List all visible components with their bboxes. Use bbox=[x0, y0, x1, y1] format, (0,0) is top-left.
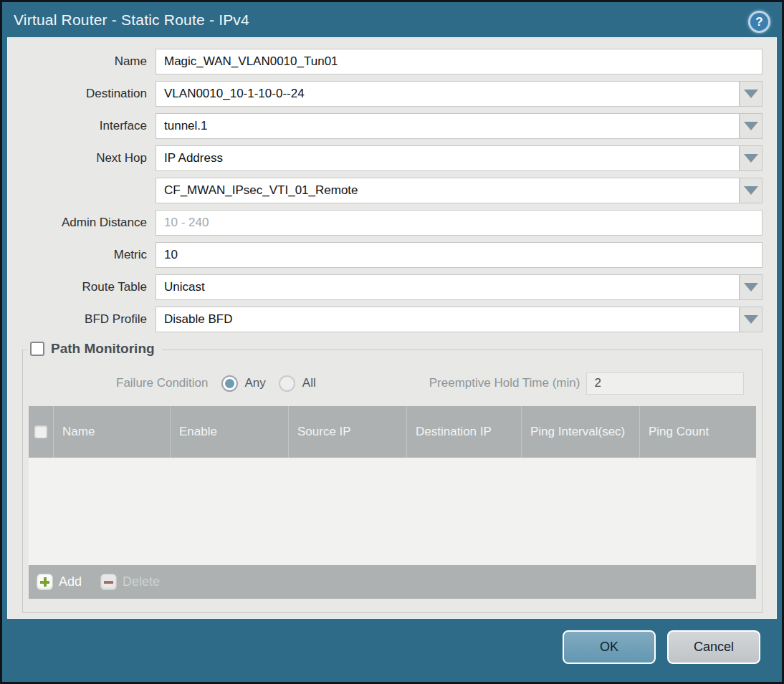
cancel-button[interactable]: Cancel bbox=[667, 630, 760, 664]
destination-dropdown-button[interactable] bbox=[740, 81, 763, 107]
column-header-ping-count[interactable]: Ping Count bbox=[639, 406, 756, 458]
interface-label: Interface bbox=[8, 119, 156, 133]
content-panel: Name Destination Interface bbox=[7, 37, 777, 619]
table-body-empty bbox=[29, 458, 756, 565]
any-radio-label: Any bbox=[245, 376, 266, 390]
next-hop-address-field bbox=[156, 178, 763, 203]
minus-icon bbox=[100, 574, 117, 590]
interface-input[interactable] bbox=[156, 113, 740, 139]
admin-distance-label: Admin Distance bbox=[8, 216, 156, 230]
column-header-ping-interval[interactable]: Ping Interval(sec) bbox=[521, 406, 639, 458]
all-radio-label: All bbox=[302, 376, 316, 390]
ok-button[interactable]: OK bbox=[563, 630, 656, 664]
path-monitoring-table: Name Enable Source IP Destination IP Pin… bbox=[29, 406, 756, 599]
dialog-window: Virtual Router - Static Route - IPv4 ? N… bbox=[0, 0, 784, 684]
route-table-label: Route Table bbox=[8, 280, 156, 294]
next-hop-dropdown-button[interactable] bbox=[740, 145, 763, 171]
delete-button-label: Delete bbox=[123, 574, 160, 589]
destination-input[interactable] bbox=[156, 81, 740, 107]
next-hop-label: Next Hop bbox=[8, 151, 156, 165]
path-monitoring-checkbox[interactable] bbox=[30, 342, 44, 356]
column-header-enable[interactable]: Enable bbox=[170, 406, 288, 458]
path-monitoring-section: Path Monitoring Failure Condition Any Al… bbox=[22, 350, 763, 613]
form-row-metric: Metric bbox=[8, 242, 763, 268]
select-all-cell bbox=[29, 406, 53, 458]
form-row-admin-distance: Admin Distance bbox=[8, 210, 763, 236]
dialog-frame: Virtual Router - Static Route - IPv4 ? N… bbox=[2, 2, 782, 682]
form-row-name: Name bbox=[8, 49, 763, 74]
chevron-down-icon bbox=[744, 90, 758, 98]
column-header-source-ip[interactable]: Source IP bbox=[288, 406, 406, 458]
name-field bbox=[156, 49, 763, 74]
chevron-down-icon bbox=[744, 154, 758, 163]
plus-icon bbox=[37, 574, 53, 590]
delete-button[interactable]: Delete bbox=[100, 574, 160, 590]
bfd-profile-label: BFD Profile bbox=[8, 312, 156, 327]
help-icon[interactable]: ? bbox=[748, 11, 770, 33]
destination-field bbox=[156, 81, 763, 107]
form-row-destination: Destination bbox=[8, 81, 763, 107]
admin-distance-field bbox=[156, 210, 763, 236]
metric-label: Metric bbox=[8, 248, 156, 262]
chevron-down-icon bbox=[744, 186, 758, 195]
interface-dropdown-button[interactable] bbox=[740, 113, 763, 139]
preemptive-hold-time-label: Preemptive Hold Time (min) bbox=[429, 376, 580, 390]
route-table-field bbox=[156, 274, 763, 300]
interface-field bbox=[156, 113, 763, 139]
table-toolbar: Add Delete bbox=[29, 565, 756, 599]
select-all-checkbox[interactable] bbox=[34, 425, 47, 438]
name-label: Name bbox=[8, 54, 156, 69]
next-hop-address-input[interactable] bbox=[156, 178, 740, 203]
add-button-label: Add bbox=[59, 574, 82, 589]
path-monitoring-title: Path Monitoring bbox=[51, 341, 155, 357]
preemptive-hold-time-input[interactable] bbox=[586, 372, 744, 395]
chevron-down-icon bbox=[744, 315, 758, 324]
add-button[interactable]: Add bbox=[37, 574, 82, 590]
form-row-interface: Interface bbox=[8, 113, 763, 139]
route-table-dropdown-button[interactable] bbox=[740, 274, 763, 300]
form-row-bfd-profile: BFD Profile bbox=[8, 307, 763, 332]
failure-condition-all-radio[interactable] bbox=[279, 375, 295, 392]
chevron-down-icon bbox=[744, 122, 758, 130]
form-row-route-table: Route Table bbox=[8, 274, 763, 300]
form-row-next-hop-address bbox=[8, 178, 763, 203]
metric-input[interactable] bbox=[156, 242, 763, 268]
next-hop-field bbox=[156, 145, 763, 171]
name-input[interactable] bbox=[156, 49, 763, 74]
titlebar: Virtual Router - Static Route - IPv4 ? bbox=[2, 2, 782, 37]
metric-field bbox=[156, 242, 763, 268]
next-hop-type-input[interactable] bbox=[156, 145, 740, 171]
column-header-destination-ip[interactable]: Destination IP bbox=[406, 406, 521, 458]
failure-condition-row: Failure Condition Any All Preemptive Hol… bbox=[29, 372, 756, 395]
bfd-profile-field bbox=[156, 307, 763, 332]
destination-label: Destination bbox=[8, 87, 156, 101]
route-table-input[interactable] bbox=[156, 274, 740, 300]
form-row-next-hop: Next Hop bbox=[8, 145, 763, 171]
failure-condition-label: Failure Condition bbox=[116, 376, 209, 390]
admin-distance-input[interactable] bbox=[156, 210, 763, 236]
failure-condition-any-radio[interactable] bbox=[221, 375, 238, 392]
path-monitoring-legend: Path Monitoring bbox=[27, 341, 162, 357]
table-header-row: Name Enable Source IP Destination IP Pin… bbox=[29, 406, 756, 458]
bfd-profile-input[interactable] bbox=[156, 307, 740, 332]
next-hop-address-dropdown-button[interactable] bbox=[740, 178, 763, 203]
column-header-name[interactable]: Name bbox=[53, 406, 170, 458]
chevron-down-icon bbox=[744, 283, 758, 292]
bfd-profile-dropdown-button[interactable] bbox=[740, 307, 763, 332]
dialog-title: Virtual Router - Static Route - IPv4 bbox=[14, 11, 249, 29]
